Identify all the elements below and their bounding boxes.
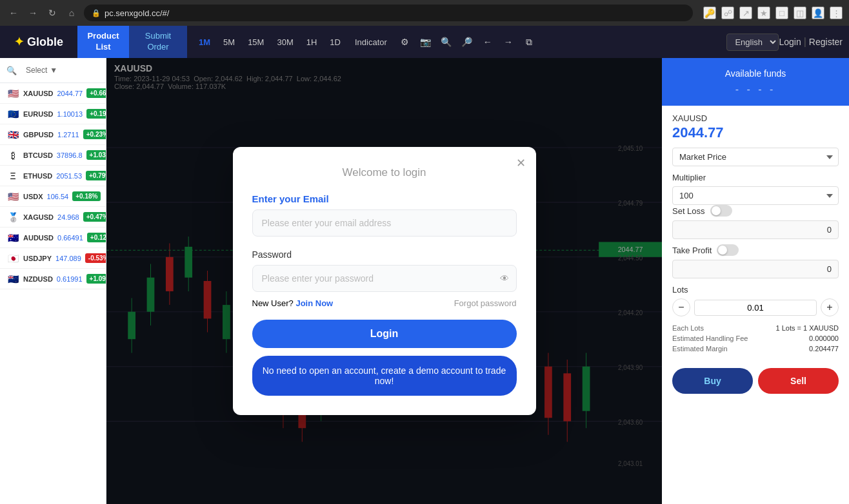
sidebar-icon[interactable]: ◫	[794, 6, 806, 19]
flag-icon: 🇺🇸	[6, 192, 19, 201]
buy-button[interactable]: Buy	[672, 368, 753, 394]
prev-icon[interactable]: ←	[479, 33, 497, 51]
logo: ✦ Globle	[0, 26, 77, 58]
email-input[interactable]	[252, 209, 517, 237]
login-link[interactable]: Login	[779, 37, 801, 47]
forward-button[interactable]: →	[26, 6, 40, 20]
modal-close-button[interactable]: ✕	[516, 156, 526, 170]
back-button[interactable]: ←	[6, 6, 21, 20]
flag-icon: 🥈	[6, 213, 19, 222]
list-item[interactable]: 🇺🇸 USDX 106.54 +0.18%	[0, 186, 106, 207]
change-badge: +0.12%	[87, 233, 106, 242]
filter-label: Select	[26, 66, 47, 75]
flag-icon: 🇪🇺	[6, 110, 19, 119]
time-1d[interactable]: 1D	[325, 35, 346, 50]
market-price-select[interactable]: Market Price	[672, 148, 839, 166]
key-icon[interactable]: 🔑	[703, 6, 716, 19]
change-badge: +0.23%	[83, 130, 106, 139]
product-list-button[interactable]: Product List	[77, 26, 129, 58]
list-item[interactable]: 🥈 XAGUSD 24.968 +0.47%	[0, 207, 106, 228]
filter-chevron-icon: ▼	[50, 66, 57, 75]
list-item[interactable]: 🇯🇵 USDJPY 147.089 -0.53%	[0, 248, 106, 269]
address-bar[interactable]: 🔒 pc.senxgold.cc/#/	[84, 5, 693, 21]
multiplier-select[interactable]: 100	[672, 186, 839, 205]
filter-select[interactable]: Select ▼	[21, 63, 63, 77]
set-loss-input[interactable]	[672, 220, 839, 239]
time-5m[interactable]: 5M	[218, 35, 240, 50]
star-icon[interactable]: ★	[757, 6, 770, 19]
change-badge: +0.18%	[72, 191, 101, 201]
list-item[interactable]: ₿ BTCUSD 37896.8 +1.03%	[0, 145, 106, 166]
chart-controls: 1M 5M 15M 30M 1H 1D Indicator ⚙ 📷 🔍 🔎 ← …	[187, 33, 726, 51]
fullscreen-icon[interactable]: ⧉	[520, 33, 538, 51]
refresh-button[interactable]: ↻	[45, 6, 59, 20]
zoom-out-icon[interactable]: 🔎	[458, 33, 476, 51]
forgot-password-link[interactable]: Forgot password	[454, 298, 517, 308]
lots-minus-button[interactable]: −	[672, 298, 690, 316]
available-funds-section: Available funds - - - -	[662, 58, 849, 106]
settings-icon[interactable]: ⚙	[396, 33, 414, 51]
chart-area: XAUUSD Time: 2023-11-29 04:53 Open: 2,04…	[106, 58, 662, 504]
home-button[interactable]: ⌂	[65, 6, 79, 20]
list-item[interactable]: Ξ ETHUSD 2051.53 +0.79%	[0, 166, 106, 186]
set-loss-toggle[interactable]	[710, 205, 732, 217]
list-item[interactable]: 🇬🇧 GBPUSD 1.2711 +0.23%	[0, 124, 106, 145]
menu-icon[interactable]: ⋮	[830, 6, 843, 19]
language-select[interactable]: English	[726, 34, 779, 51]
asset-name: XAUUSD	[23, 90, 53, 97]
lots-plus-button[interactable]: +	[821, 298, 839, 316]
panel-price: 2044.77	[672, 124, 839, 141]
password-label: Password	[252, 249, 517, 260]
modal-links: New User? Join Now Forgot password	[252, 298, 517, 308]
main-content: 🔍 Select ▼ 🇺🇸 XAUUSD 2044.77 +0.66% 🇪🇺 E…	[0, 58, 849, 504]
funds-label: Available funds	[672, 68, 839, 79]
indicator-button[interactable]: Indicator	[348, 35, 394, 50]
logo-icon: ✦	[14, 35, 24, 48]
asset-price: 2051.53	[56, 172, 82, 180]
asset-name: USDX	[23, 193, 43, 200]
time-30m[interactable]: 30M	[272, 35, 298, 50]
zoom-in-icon[interactable]: 🔍	[437, 33, 455, 51]
time-1h[interactable]: 1H	[301, 35, 323, 50]
login-button[interactable]: Login	[252, 320, 517, 348]
camera-icon[interactable]: 📷	[417, 33, 435, 51]
top-nav: ✦ Globle Product List Submit Order 1M 5M…	[0, 26, 849, 58]
take-profit-input[interactable]	[672, 260, 839, 278]
multiplier-label: Multiplier	[672, 173, 839, 182]
panel-symbol: XAUUSD	[672, 113, 839, 123]
asset-price: 147.089	[55, 255, 81, 262]
list-item[interactable]: 🇳🇿 NZDUSD 0.61991 +1.09%	[0, 269, 106, 289]
each-lots-label: Each Lots	[672, 324, 704, 332]
demo-account-button[interactable]: No need to open an account, create a dem…	[252, 356, 517, 396]
next-icon[interactable]: →	[499, 33, 517, 51]
change-badge: +0.47%	[83, 212, 106, 222]
list-item[interactable]: 🇪🇺 EURUSD 1.10013 +0.19%	[0, 104, 106, 124]
modal-title: Welcome to login	[252, 166, 517, 179]
lots-input[interactable]	[694, 300, 817, 316]
join-now-link[interactable]: Join Now	[295, 298, 333, 308]
new-user-text: New User? Join Now	[252, 298, 334, 308]
list-item[interactable]: 🇺🇸 XAUUSD 2044.77 +0.66%	[0, 83, 106, 104]
sell-button[interactable]: Sell	[758, 368, 839, 394]
each-lots-value: 1 Lots = 1 XAUUSD	[775, 324, 839, 332]
url-text: pc.senxgold.cc/#/	[105, 8, 169, 18]
translate-icon[interactable]: ☍	[721, 6, 734, 19]
time-1m[interactable]: 1M	[194, 35, 215, 50]
modal-overlay[interactable]: ✕ Welcome to login Enter your Email Pass…	[106, 58, 662, 504]
handling-fee-value: 0.000000	[809, 334, 839, 342]
list-item[interactable]: 🇦🇺 AUDUSD 0.66491 +0.12%	[0, 228, 106, 248]
share-icon[interactable]: ↗	[739, 6, 752, 19]
time-15m[interactable]: 15M	[243, 35, 269, 50]
password-input[interactable]	[252, 265, 517, 292]
register-link[interactable]: Register	[809, 37, 843, 47]
asset-price: 2044.77	[57, 90, 83, 97]
app: ✦ Globle Product List Submit Order 1M 5M…	[0, 26, 849, 504]
browser-chrome: ← → ↻ ⌂ 🔒 pc.senxgold.cc/#/ 🔑 ☍ ↗ ★ □ ◫ …	[0, 0, 849, 26]
password-toggle-button[interactable]: 👁	[500, 273, 509, 284]
flag-icon: 🇬🇧	[6, 130, 19, 139]
submit-order-button[interactable]: Submit Order	[129, 26, 187, 58]
asset-name: NZDUSD	[23, 275, 53, 283]
extensions-icon[interactable]: □	[775, 6, 788, 19]
take-profit-toggle[interactable]	[717, 244, 739, 256]
profile-icon[interactable]: 👤	[812, 6, 824, 19]
